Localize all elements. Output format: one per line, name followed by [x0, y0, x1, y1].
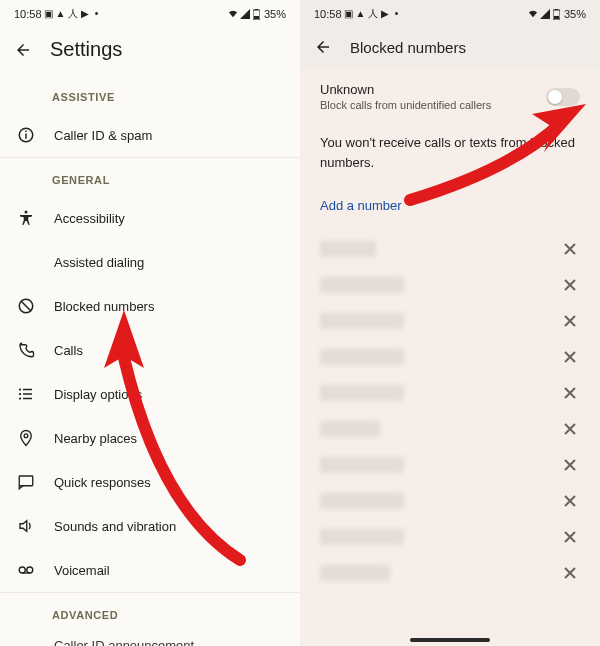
blurred-number — [320, 241, 376, 257]
notif-icon: 人 — [368, 9, 378, 19]
battery-pct: 35% — [564, 8, 586, 20]
remove-number-button[interactable] — [560, 491, 580, 511]
svg-rect-2 — [254, 16, 259, 19]
svg-point-9 — [19, 388, 21, 390]
remove-number-button[interactable] — [560, 527, 580, 547]
remove-number-button[interactable] — [560, 455, 580, 475]
notif-icon: ▲ — [56, 9, 66, 19]
status-time: 10:58 — [314, 8, 342, 20]
blocked-number-row — [300, 339, 600, 375]
svg-rect-14 — [23, 398, 32, 400]
row-label: Sounds and vibration — [54, 519, 280, 534]
notif-icon: ▲ — [356, 9, 366, 19]
row-label: Display options — [54, 387, 280, 402]
row-label: Caller ID & spam — [54, 128, 280, 143]
svg-rect-12 — [23, 393, 32, 395]
blurred-number — [320, 385, 404, 401]
notif-icon: ▣ — [344, 9, 354, 19]
voicemail-icon — [16, 560, 36, 580]
row-display-options[interactable]: Display options — [0, 372, 300, 416]
notif-more-icon: • — [392, 9, 402, 19]
unknown-title: Unknown — [320, 82, 546, 97]
status-bar: 10:58 ▣ ▲ 人 ▶ • 35% — [0, 0, 300, 28]
phone-screen-settings: 10:58 ▣ ▲ 人 ▶ • 35% Settings ASSISTIVE C… — [0, 0, 300, 646]
svg-rect-16 — [19, 476, 33, 486]
svg-point-13 — [19, 397, 21, 399]
wifi-icon — [528, 9, 538, 19]
back-arrow-icon[interactable] — [314, 38, 332, 56]
svg-rect-4 — [25, 131, 27, 133]
blocked-number-row — [300, 483, 600, 519]
unknown-toggle-row[interactable]: Unknown Block calls from unidentified ca… — [300, 70, 600, 121]
blocked-number-row — [300, 519, 600, 555]
row-label: Blocked numbers — [54, 299, 280, 314]
blocked-number-row — [300, 555, 600, 591]
section-advanced: ADVANCED — [0, 593, 300, 631]
row-assisted-dialing[interactable]: Assisted dialing — [0, 240, 300, 284]
row-nearby-places[interactable]: Nearby places — [0, 416, 300, 460]
info-icon — [16, 125, 36, 145]
add-number-button[interactable]: Add a number — [300, 190, 600, 231]
row-label: Caller ID announcement — [54, 638, 280, 647]
page-title: Settings — [50, 38, 122, 61]
remove-number-button[interactable] — [560, 311, 580, 331]
section-assistive: ASSISTIVE — [0, 75, 300, 113]
blurred-number — [320, 529, 404, 545]
nav-pill[interactable] — [410, 638, 490, 642]
status-time: 10:58 — [14, 8, 42, 20]
blocked-number-row — [300, 231, 600, 267]
blocked-number-row — [300, 447, 600, 483]
blank-icon — [16, 635, 36, 646]
block-icon — [16, 296, 36, 316]
svg-point-6 — [25, 211, 28, 214]
page-title: Blocked numbers — [350, 39, 466, 56]
svg-rect-23 — [554, 16, 559, 19]
remove-number-button[interactable] — [560, 275, 580, 295]
row-blocked-numbers[interactable]: Blocked numbers — [0, 284, 300, 328]
row-quick-responses[interactable]: Quick responses — [0, 460, 300, 504]
battery-icon — [552, 9, 562, 19]
row-label: Quick responses — [54, 475, 280, 490]
blurred-number — [320, 493, 404, 509]
row-label: Voicemail — [54, 563, 280, 578]
row-label: Calls — [54, 343, 280, 358]
row-label: Assisted dialing — [54, 255, 280, 270]
location-icon — [16, 428, 36, 448]
remove-number-button[interactable] — [560, 383, 580, 403]
battery-pct: 35% — [264, 8, 286, 20]
notif-icon: 人 — [68, 9, 78, 19]
svg-point-15 — [24, 434, 28, 438]
row-calls[interactable]: Calls — [0, 328, 300, 372]
svg-point-18 — [27, 567, 33, 573]
remove-number-button[interactable] — [560, 347, 580, 367]
blurred-number — [320, 277, 404, 293]
blocked-number-row — [300, 267, 600, 303]
notif-icon: ▶ — [80, 9, 90, 19]
notif-more-icon: • — [92, 9, 102, 19]
blurred-number — [320, 421, 380, 437]
notif-icon: ▣ — [44, 9, 54, 19]
svg-point-11 — [19, 393, 21, 395]
phone-icon — [16, 340, 36, 360]
remove-number-button[interactable] — [560, 239, 580, 259]
wifi-icon — [228, 9, 238, 19]
row-caller-id-announcement[interactable]: Caller ID announcement — [0, 631, 300, 646]
row-sounds-vibration[interactable]: Sounds and vibration — [0, 504, 300, 548]
blocked-header: Blocked numbers — [300, 28, 600, 70]
blank-icon — [16, 252, 36, 272]
blocked-number-row — [300, 303, 600, 339]
row-voicemail[interactable]: Voicemail — [0, 548, 300, 592]
settings-header: Settings — [0, 28, 300, 75]
unknown-toggle-switch[interactable] — [546, 88, 580, 106]
svg-rect-5 — [25, 134, 27, 139]
row-caller-id-spam[interactable]: Caller ID & spam — [0, 113, 300, 157]
remove-number-button[interactable] — [560, 563, 580, 583]
back-arrow-icon[interactable] — [14, 41, 32, 59]
blurred-number — [320, 457, 404, 473]
blocked-number-row — [300, 411, 600, 447]
remove-number-button[interactable] — [560, 419, 580, 439]
signal-icon — [540, 9, 550, 19]
phone-screen-blocked-numbers: 10:58 ▣ ▲ 人 ▶ • 35% Blocked numbers Unkn… — [300, 0, 600, 646]
row-accessibility[interactable]: Accessibility — [0, 196, 300, 240]
blocked-number-row — [300, 375, 600, 411]
